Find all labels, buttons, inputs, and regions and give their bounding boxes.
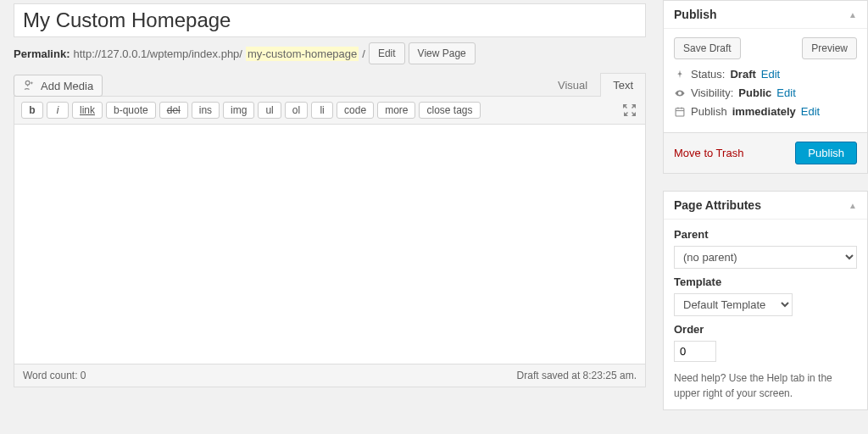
visibility-value: Public <box>738 86 771 99</box>
collapse-icon[interactable]: ▲ <box>849 10 857 19</box>
qt-bquote[interactable]: b-quote <box>106 102 156 119</box>
calendar-icon <box>674 106 686 118</box>
order-input[interactable] <box>674 341 716 362</box>
preview-button[interactable]: Preview <box>802 37 857 59</box>
edit-schedule-link[interactable]: Edit <box>801 105 820 118</box>
fullscreen-icon[interactable] <box>621 102 638 119</box>
editor-status-bar: Word count: 0 Draft saved at 8:23:25 am. <box>14 364 646 387</box>
add-media-label: Add Media <box>41 80 93 92</box>
qt-ol[interactable]: ol <box>285 102 308 119</box>
schedule-value: immediately <box>732 105 796 118</box>
qt-italic[interactable]: i <box>47 102 69 119</box>
edit-visibility-link[interactable]: Edit <box>776 86 795 99</box>
permalink-row: Permalink: http://127.0.0.1/wptemp/index… <box>14 42 646 64</box>
permalink-slug: my-custom-homepage <box>246 47 359 61</box>
tab-text[interactable]: Text <box>600 73 646 97</box>
pin-icon <box>674 69 686 81</box>
parent-label: Parent <box>674 228 857 241</box>
template-select[interactable]: Default Template <box>674 293 793 316</box>
edit-permalink-button[interactable]: Edit <box>369 42 405 64</box>
collapse-icon[interactable]: ▲ <box>849 201 857 210</box>
qt-img[interactable]: img <box>223 102 254 119</box>
qt-ul[interactable]: ul <box>258 102 281 119</box>
permalink-sep: / <box>362 47 365 60</box>
tab-visual[interactable]: Visual <box>545 73 600 97</box>
add-media-button[interactable]: Add Media <box>14 75 103 97</box>
qt-li[interactable]: li <box>311 102 333 119</box>
qt-code[interactable]: code <box>337 102 374 119</box>
media-icon <box>23 79 36 92</box>
permalink-label: Permalink: <box>14 47 70 60</box>
content-textarea[interactable] <box>14 125 645 364</box>
page-attributes-panel: Page Attributes ▲ Parent (no parent) Tem… <box>663 191 868 410</box>
visibility-label: Visibility: <box>691 86 733 99</box>
editor-tabs: Visual Text <box>545 73 646 97</box>
status-label: Status: <box>691 68 725 81</box>
status-value: Draft <box>730 68 755 81</box>
save-draft-button[interactable]: Save Draft <box>674 37 741 59</box>
quicktags-toolbar: b i link b-quote del ins img ul ol li co… <box>14 97 645 125</box>
order-label: Order <box>674 323 857 336</box>
publish-panel: Publish ▲ Save Draft Preview Status: Dra… <box>663 0 868 174</box>
edit-status-link[interactable]: Edit <box>761 68 780 81</box>
eye-icon <box>674 87 686 99</box>
qt-ins[interactable]: ins <box>192 102 220 119</box>
template-label: Template <box>674 275 857 288</box>
word-count: Word count: 0 <box>23 370 86 381</box>
page-attributes-title: Page Attributes <box>674 198 761 212</box>
schedule-label: Publish <box>691 105 727 118</box>
editor-box: b i link b-quote del ins img ul ol li co… <box>14 96 646 364</box>
qt-del[interactable]: del <box>159 102 188 119</box>
svg-point-0 <box>25 81 30 85</box>
autosave-status: Draft saved at 8:23:25 am. <box>517 370 637 381</box>
help-text: Need help? Use the Help tab in the upper… <box>674 370 857 401</box>
view-page-button[interactable]: View Page <box>409 42 476 64</box>
parent-select[interactable]: (no parent) <box>674 246 857 269</box>
move-to-trash-link[interactable]: Move to Trash <box>674 147 743 159</box>
qt-bold[interactable]: b <box>21 102 43 119</box>
qt-more[interactable]: more <box>377 102 415 119</box>
publish-panel-title: Publish <box>674 8 717 21</box>
qt-link[interactable]: link <box>72 102 103 119</box>
qt-close-tags[interactable]: close tags <box>419 102 480 119</box>
svg-rect-1 <box>676 108 684 115</box>
publish-button[interactable]: Publish <box>795 142 857 164</box>
page-title-input[interactable] <box>14 3 646 37</box>
permalink-base: http://127.0.0.1/wptemp/index.php/ <box>73 47 242 60</box>
